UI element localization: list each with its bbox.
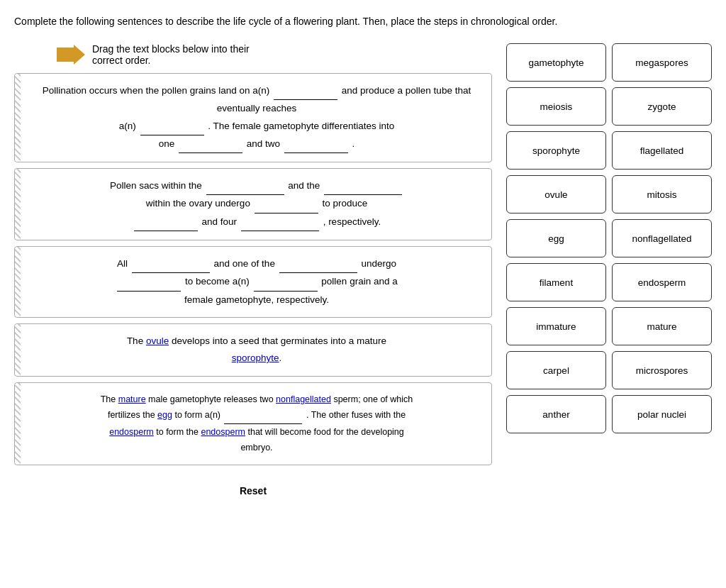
blank-1-3 — [179, 135, 242, 153]
drag-arrow-icon — [57, 44, 85, 65]
instructions: Complete the following sentences to desc… — [14, 14, 712, 29]
link-endosperm-2[interactable]: endosperm — [201, 427, 245, 437]
link-endosperm-1[interactable]: endosperm — [109, 427, 154, 437]
sentence-block-4: The ovule develops into a seed that germ… — [14, 323, 492, 377]
link-ovule[interactable]: ovule — [146, 335, 169, 346]
blank-1-4 — [284, 135, 348, 153]
word-tile-meiosis[interactable]: meiosis — [506, 87, 606, 126]
sentence-2-content: Pollen sacs within the and the within th… — [26, 177, 480, 231]
main-layout: Drag the text blocks below into their co… — [14, 43, 712, 497]
blank-2-1 — [206, 177, 284, 195]
word-tile-mitosis[interactable]: mitosis — [612, 175, 712, 213]
word-tile-mature[interactable]: mature — [612, 307, 712, 345]
left-panel: Drag the text blocks below into their co… — [14, 43, 492, 497]
blank-2-5 — [241, 213, 319, 231]
word-tile-nonflagellated[interactable]: nonflagellated — [612, 219, 712, 257]
word-tile-microspores[interactable]: microspores — [612, 351, 712, 389]
word-tile-gametophyte[interactable]: gametophyte — [506, 43, 606, 82]
word-tile-carpel[interactable]: carpel — [506, 351, 606, 389]
drag-hint: Drag the text blocks below into their co… — [14, 43, 492, 66]
word-tile-anther[interactable]: anther — [506, 395, 606, 433]
link-egg[interactable]: egg — [157, 410, 172, 420]
blank-2-4 — [134, 213, 198, 231]
word-tile-zygote[interactable]: zygote — [612, 87, 712, 126]
word-tile-ovule[interactable]: ovule — [506, 175, 606, 213]
blank-5-1 — [224, 407, 302, 424]
sentence-5-content: The mature male gametophyte releases two… — [26, 392, 480, 456]
link-mature[interactable]: mature — [118, 394, 146, 404]
word-tile-endosperm[interactable]: endosperm — [612, 263, 712, 301]
blank-1-2 — [140, 118, 204, 135]
word-tile-filament[interactable]: filament — [506, 263, 606, 301]
link-nonflagellated[interactable]: nonflagellated — [276, 394, 331, 404]
word-tile-flagellated[interactable]: flagellated — [612, 131, 712, 170]
sentence-block-2: Pollen sacs within the and the within th… — [14, 168, 492, 240]
sentence-3-content: All and one of the undergo to become a(n… — [26, 255, 480, 309]
sentence-1-content: Pollination occurs when the pollen grain… — [26, 82, 480, 153]
blank-3-4 — [254, 273, 318, 291]
sentence-block-1: Pollination occurs when the pollen grain… — [14, 73, 492, 162]
drag-hint-text: Drag the text blocks below into their co… — [92, 43, 250, 66]
word-tile-polar-nuclei[interactable]: polar nuclei — [612, 395, 712, 433]
sentence-4-content: The ovule develops into a seed that germ… — [26, 333, 480, 367]
link-sporophyte[interactable]: sporophyte — [232, 353, 279, 363]
word-tile-megaspores[interactable]: megaspores — [612, 43, 712, 82]
word-tiles-panel: gametophytemegasporesmeiosiszygotesporop… — [506, 43, 712, 497]
blank-2-3 — [255, 195, 318, 213]
word-tile-egg[interactable]: egg — [506, 219, 606, 257]
reset-button[interactable]: Reset — [14, 485, 492, 497]
word-tile-sporophyte[interactable]: sporophyte — [506, 131, 606, 170]
blank-2-2 — [324, 177, 402, 195]
blank-1-1 — [274, 82, 337, 100]
svg-marker-0 — [57, 45, 85, 65]
blank-3-3 — [117, 273, 181, 291]
sentence-block-5: The mature male gametophyte releases two… — [14, 382, 492, 465]
sentence-block-3: All and one of the undergo to become a(n… — [14, 246, 492, 318]
blank-3-2 — [279, 255, 357, 273]
blank-3-1 — [132, 255, 210, 273]
word-tile-immature[interactable]: immature — [506, 307, 606, 345]
